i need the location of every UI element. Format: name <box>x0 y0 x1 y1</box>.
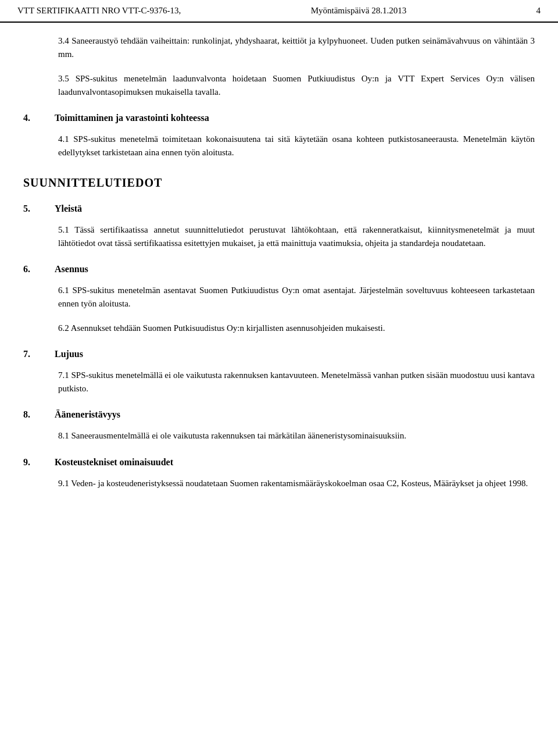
section-4-title: Toimittaminen ja varastointi kohteessa <box>55 113 209 123</box>
para-5-1-text: 5.1 Tässä sertifikaatissa annetut suunni… <box>58 225 535 248</box>
para-6-2: 6.2 Asennukset tehdään Suomen Putkisuudi… <box>58 322 535 335</box>
para-3-5: 3.5 SPS-sukitus menetelmän laadunvalvont… <box>58 72 535 99</box>
section-7-1: 7.1 SPS-sukitus menetelmällä ei ole vaik… <box>23 369 535 396</box>
section-9-heading: 9. Kosteustekniset ominaisuudet <box>23 457 535 468</box>
header-right: 4 <box>536 6 541 16</box>
section-8-title: Ääneneristävyys <box>55 409 120 420</box>
section-8-number: 8. <box>23 409 46 420</box>
para-8-1: 8.1 Saneerausmentelmällä ei ole vaikutus… <box>58 429 535 443</box>
para-6-1: 6.1 SPS-sukitus menetelmän asentavat Suo… <box>58 284 535 311</box>
page: VTT SERTIFIKAATTI NRO VTT-C-9376-13, Myö… <box>0 0 558 756</box>
section-6-title: Asennus <box>55 264 88 274</box>
para-3-4-text: 3.4 Saneeraustyö tehdään vaiheittain: ru… <box>58 36 535 59</box>
para-3-4: 3.4 Saneeraustyö tehdään vaiheittain: ru… <box>58 34 535 62</box>
para-4-1: 4.1 SPS-sukitus menetelmä toimitetaan ko… <box>58 133 535 160</box>
section-4-1: 4.1 SPS-sukitus menetelmä toimitetaan ko… <box>23 133 535 160</box>
section-7-number: 7. <box>23 349 46 359</box>
para-7-1: 7.1 SPS-sukitus menetelmällä ei ole vaik… <box>58 369 535 396</box>
para-9-1-text: 9.1 Veden- ja kosteudeneristyksessä noud… <box>58 479 528 488</box>
para-9-1: 9.1 Veden- ja kosteudeneristyksessä noud… <box>58 477 535 490</box>
section-9-title: Kosteustekniset ominaisuudet <box>55 457 173 468</box>
suunnittelutiedot-title: SUUNNITTELUTIEDOT <box>23 176 162 189</box>
para-5-1: 5.1 Tässä sertifikaatissa annetut suunni… <box>58 223 535 251</box>
header-center: Myöntämispäivä 28.1.2013 <box>311 6 407 16</box>
para-7-1-text: 7.1 SPS-sukitus menetelmällä ei ole vaik… <box>58 370 535 393</box>
header-left: VTT SERTIFIKAATTI NRO VTT-C-9376-13, <box>17 6 181 16</box>
section-5-number: 5. <box>23 204 46 214</box>
section-6-heading: 6. Asennus <box>23 264 535 274</box>
section-7-title: Lujuus <box>55 349 83 359</box>
section-7-heading: 7. Lujuus <box>23 349 535 359</box>
para-3-5-text: 3.5 SPS-sukitus menetelmän laadunvalvont… <box>58 74 535 97</box>
section-3-5: 3.5 SPS-sukitus menetelmän laadunvalvont… <box>23 72 535 99</box>
section-6-1: 6.1 SPS-sukitus menetelmän asentavat Suo… <box>23 284 535 311</box>
page-header: VTT SERTIFIKAATTI NRO VTT-C-9376-13, Myö… <box>0 0 558 23</box>
page-content: 3.4 Saneeraustyö tehdään vaiheittain: ru… <box>0 34 558 524</box>
section-4-number: 4. <box>23 113 46 123</box>
section-8-heading: 8. Ääneneristävyys <box>23 409 535 420</box>
section-6-number: 6. <box>23 264 46 274</box>
para-4-1-text: 4.1 SPS-sukitus menetelmä toimitetaan ko… <box>58 134 535 157</box>
section-5-heading: 5. Yleistä <box>23 204 535 214</box>
section-9-number: 9. <box>23 457 46 468</box>
section-8-1: 8.1 Saneerausmentelmällä ei ole vaikutus… <box>23 429 535 443</box>
para-8-1-text: 8.1 Saneerausmentelmällä ei ole vaikutus… <box>58 431 406 440</box>
section-3-4: 3.4 Saneeraustyö tehdään vaiheittain: ru… <box>23 34 535 62</box>
section-5-title: Yleistä <box>55 204 82 214</box>
section-6-2: 6.2 Asennukset tehdään Suomen Putkisuudi… <box>23 322 535 335</box>
para-6-1-text: 6.1 SPS-sukitus menetelmän asentavat Suo… <box>58 286 535 308</box>
section-9-1: 9.1 Veden- ja kosteudeneristyksessä noud… <box>23 477 535 490</box>
section-4-heading: 4. Toimittaminen ja varastointi kohteess… <box>23 113 535 123</box>
section-5-1: 5.1 Tässä sertifikaatissa annetut suunni… <box>23 223 535 251</box>
para-6-2-text: 6.2 Asennukset tehdään Suomen Putkisuudi… <box>58 323 385 333</box>
suunnittelutiedot-heading: SUUNNITTELUTIEDOT <box>23 176 535 190</box>
